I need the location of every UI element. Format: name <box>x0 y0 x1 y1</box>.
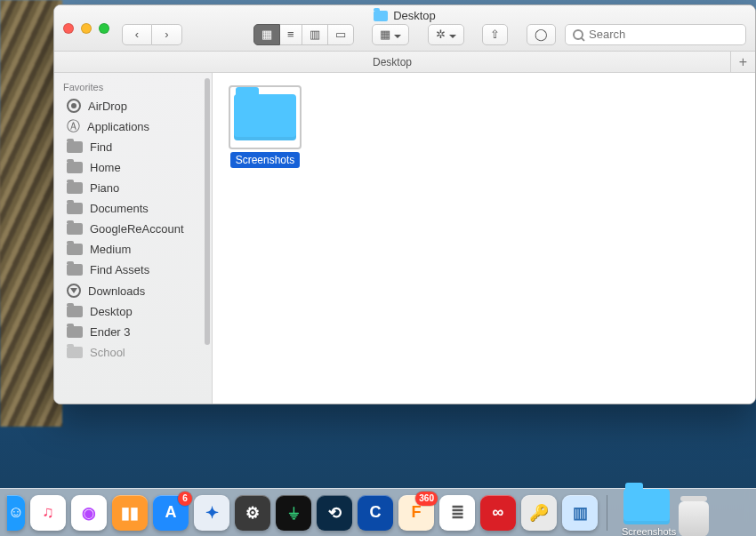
sidebar-item-googlereaccount[interactable]: GoogleReAccount <box>54 219 212 239</box>
folder-icon <box>623 489 670 524</box>
dock-app-textedit[interactable]: ≣ <box>439 495 475 531</box>
dock-folder-label: Screenshots <box>622 526 672 537</box>
file-item-screenshots[interactable]: Screenshots <box>225 85 305 168</box>
folder-icon <box>67 162 83 173</box>
dock-trash[interactable] <box>679 501 709 537</box>
sidebar-item-find[interactable]: Find <box>54 137 212 157</box>
folder-icon <box>234 94 296 140</box>
sidebar-item-desktop[interactable]: Desktop <box>54 301 212 322</box>
fusion360-icon: F <box>412 503 422 522</box>
dock-app-steam[interactable]: ⟲ <box>317 495 352 531</box>
sidebar-section-favorites: Favorites <box>54 78 212 95</box>
zoom-button[interactable] <box>99 23 109 34</box>
dock-app-cura[interactable]: C <box>358 495 393 531</box>
dock: ☺♫◉▮▮A6✦⚙⏚⟲CF360≣∞🔑▥Screenshots <box>0 488 756 536</box>
sidebar-item-label: Piano <box>90 181 119 195</box>
folder-icon <box>67 244 83 255</box>
search-icon <box>573 29 583 40</box>
plus-icon: + <box>739 54 747 70</box>
sidebar-item-label: Desktop <box>90 305 133 318</box>
sidebar-item-airdrop[interactable]: AirDrop <box>54 95 212 116</box>
sidebar-item-label: Find <box>90 140 112 154</box>
gallery-icon: ▭ <box>335 28 346 41</box>
share-icon: ⇧ <box>490 28 500 41</box>
tag-icon: ◯ <box>535 28 548 41</box>
podcasts-icon: ◉ <box>82 503 96 523</box>
dock-right-section: Screenshots <box>622 489 709 537</box>
dock-app-appstore[interactable]: A6 <box>153 495 189 531</box>
activity-icon: ⏚ <box>289 503 299 522</box>
minimize-button[interactable] <box>81 23 92 34</box>
arrange-button[interactable]: ▦ <box>372 24 409 45</box>
dock-app-activity[interactable]: ⏚ <box>276 495 311 531</box>
dock-app-creative-cloud[interactable]: ∞ <box>480 495 516 531</box>
search-field[interactable] <box>565 24 746 45</box>
appstore-icon: A <box>165 503 177 522</box>
folder-icon <box>67 223 83 235</box>
view-columns-button[interactable]: ▥ <box>302 24 328 45</box>
dock-app-podcasts[interactable]: ◉ <box>71 495 107 531</box>
chevron-right-icon: › <box>165 28 168 41</box>
sidebar[interactable]: Favorites AirDrop Ⓐ Applications Find Ho… <box>54 73 213 404</box>
sidebar-item-medium[interactable]: Medium <box>54 239 212 260</box>
sidebar-item-label: AirDrop <box>88 100 127 113</box>
applications-icon: Ⓐ <box>67 119 80 132</box>
search-input[interactable] <box>589 28 738 41</box>
folder-icon <box>67 347 83 358</box>
dock-app-itunes[interactable]: ♫ <box>30 495 66 531</box>
tab-desktop[interactable]: Desktop <box>54 56 730 68</box>
content-area[interactable]: Screenshots <box>213 73 755 404</box>
sidebar-item-label: GoogleReAccount <box>90 222 184 236</box>
tab-bar: Desktop + <box>54 52 755 73</box>
forward-button[interactable]: › <box>152 24 182 45</box>
action-button[interactable]: ✲ <box>428 24 464 45</box>
sidebar-item-home[interactable]: Home <box>54 157 212 178</box>
list-icon: ≡ <box>287 28 294 41</box>
close-button[interactable] <box>63 23 74 34</box>
sidebar-item-piano[interactable]: Piano <box>54 178 212 198</box>
folder-icon <box>67 264 83 276</box>
downloads-icon <box>67 284 81 298</box>
dock-app-keychain[interactable]: 🔑 <box>521 495 557 531</box>
dock-folder-screenshots[interactable]: Screenshots <box>622 489 672 537</box>
grid-small-icon: ▦ <box>380 28 390 41</box>
sidebar-item-label: Applications <box>87 120 149 133</box>
back-button[interactable]: ‹ <box>122 24 152 45</box>
creative-cloud-icon: ∞ <box>493 503 504 522</box>
sidebar-item-downloads[interactable]: Downloads <box>54 280 212 301</box>
sidebar-item-label: School <box>90 346 125 359</box>
textedit-icon: ≣ <box>451 503 464 523</box>
preview-icon: ▥ <box>573 503 588 523</box>
folder-icon <box>67 326 83 338</box>
tags-button[interactable]: ◯ <box>527 24 556 45</box>
sidebar-item-documents[interactable]: Documents <box>54 198 212 219</box>
sidebar-item-ender3[interactable]: Ender 3 <box>54 322 212 342</box>
titlebar[interactable]: ‹ › ▦ ≡ ▥ ▭ ▦ ✲ ⇧ ◯ <box>54 5 755 52</box>
dock-app-books[interactable]: ▮▮ <box>112 495 148 531</box>
file-item-label: Screenshots <box>230 152 301 168</box>
badge: 6 <box>178 492 192 506</box>
view-icons-button[interactable]: ▦ <box>253 24 280 45</box>
dock-app-preview[interactable]: ▥ <box>562 495 598 531</box>
safari-icon: ✦ <box>205 503 219 523</box>
system-prefs-icon: ⚙ <box>245 503 260 523</box>
view-list-button[interactable]: ≡ <box>280 24 302 45</box>
folder-icon <box>67 141 83 153</box>
sidebar-item-find-assets[interactable]: Find Assets <box>54 260 212 280</box>
view-gallery-button[interactable]: ▭ <box>328 24 354 45</box>
cura-icon: C <box>370 503 382 522</box>
steam-icon: ⟲ <box>328 503 342 523</box>
sidebar-item-label: Medium <box>90 243 131 256</box>
sidebar-item-label: Find Assets <box>90 263 149 276</box>
sidebar-item-school[interactable]: School <box>54 342 212 363</box>
share-button[interactable]: ⇧ <box>482 24 508 45</box>
dock-app-fusion360[interactable]: F360 <box>398 495 434 531</box>
sidebar-scrollbar[interactable] <box>205 78 210 345</box>
selection-highlight <box>229 85 302 149</box>
dock-app-system-prefs[interactable]: ⚙ <box>235 495 270 531</box>
dock-app-safari[interactable]: ✦ <box>194 495 229 531</box>
new-tab-button[interactable]: + <box>730 52 755 72</box>
sidebar-item-applications[interactable]: Ⓐ Applications <box>54 116 212 137</box>
dock-app-finder[interactable]: ☺ <box>7 495 25 531</box>
sidebar-item-label: Documents <box>90 202 149 215</box>
